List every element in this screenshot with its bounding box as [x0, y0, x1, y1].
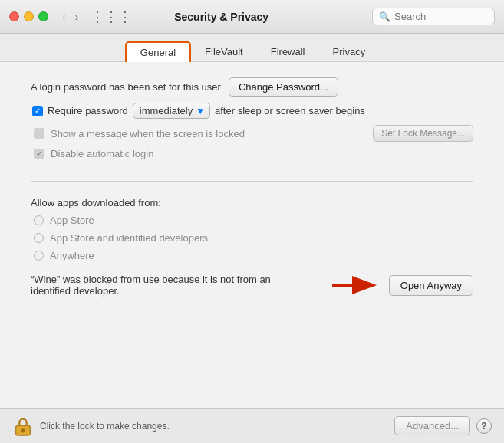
blocked-text: “Wine” was blocked from use because it i… — [31, 274, 292, 297]
title-bar: ‹ › ⋮⋮⋮ Security & Privacy 🔍 — [0, 0, 504, 34]
app-store-identified-radio[interactable] — [34, 233, 44, 243]
disable-autologin-label: Disable automatic login — [51, 148, 153, 159]
show-message-checkbox[interactable] — [34, 128, 44, 139]
lock-area: Click the lock to make changes. — [12, 415, 387, 437]
lock-text: Click the lock to make changes. — [40, 421, 170, 432]
require-password-checkbox[interactable]: ✓ — [32, 106, 43, 116]
tab-firewall[interactable]: Firewall — [257, 42, 319, 61]
close-button[interactable] — [9, 11, 19, 21]
blocked-right-area: Open Anyway — [329, 274, 473, 296]
anywhere-option: Anywhere — [34, 250, 473, 261]
app-store-radio[interactable] — [34, 215, 44, 225]
dim-checkmark-icon: ✓ — [36, 149, 42, 158]
checkmark-icon: ✓ — [35, 107, 41, 115]
search-icon: 🔍 — [379, 11, 390, 22]
arrow-right-icon — [329, 274, 383, 296]
app-store-identified-option: App Store and identified developers — [34, 232, 473, 244]
bottom-bar: Click the lock to make changes. Advanced… — [0, 408, 504, 443]
lock-icon[interactable] — [12, 415, 34, 437]
login-password-section: A login password has been set for this u… — [31, 77, 473, 175]
traffic-lights — [9, 11, 48, 21]
bottom-right-area: Advanced... ? — [394, 416, 492, 435]
anywhere-label: Anywhere — [50, 250, 94, 261]
show-message-row: Show a message when the screen is locked… — [34, 125, 473, 142]
tab-filevault[interactable]: FileVault — [191, 42, 257, 61]
app-store-label: App Store — [50, 215, 94, 226]
require-password-dropdown[interactable]: immediately ▼ — [133, 103, 210, 119]
dropdown-arrow-icon: ▼ — [196, 106, 205, 116]
allow-apps-label: Allow apps downloaded from: — [31, 197, 473, 208]
tab-privacy[interactable]: Privacy — [319, 42, 380, 61]
disable-autologin-row: ✓ Disable automatic login — [34, 148, 473, 159]
blocked-message-row: “Wine” was blocked from use because it i… — [31, 274, 473, 297]
search-bar[interactable]: 🔍 — [372, 8, 495, 25]
main-content: A login password has been set for this u… — [0, 62, 504, 408]
back-button[interactable]: ‹ — [59, 9, 69, 25]
help-button[interactable]: ? — [476, 418, 492, 434]
app-store-identified-label: App Store and identified developers — [50, 232, 208, 244]
set-lock-message-button[interactable]: Set Lock Message... — [373, 125, 473, 142]
login-password-row: A login password has been set for this u… — [31, 77, 473, 97]
require-password-row: ✓ Require password immediately ▼ after s… — [32, 103, 473, 119]
open-anyway-button[interactable]: Open Anyway — [389, 275, 473, 296]
advanced-button[interactable]: Advanced... — [394, 416, 470, 435]
after-sleep-text: after sleep or screen saver begins — [215, 105, 365, 116]
app-store-option: App Store — [34, 215, 473, 226]
login-password-text: A login password has been set for this u… — [31, 81, 221, 93]
dropdown-value: immediately — [140, 105, 193, 116]
svg-rect-5 — [22, 430, 24, 432]
minimize-button[interactable] — [24, 11, 34, 21]
allow-apps-section: Allow apps downloaded from: App Store Ap… — [31, 188, 473, 297]
disable-autologin-checkbox[interactable]: ✓ — [34, 149, 44, 159]
search-input[interactable] — [394, 11, 488, 22]
section-divider — [31, 181, 473, 182]
window-title: Security & Privacy — [77, 11, 366, 23]
anywhere-radio[interactable] — [34, 251, 44, 261]
tab-general[interactable]: General — [125, 41, 191, 62]
change-password-button[interactable]: Change Password... — [229, 77, 338, 97]
show-message-label: Show a message when the screen is locked — [51, 128, 245, 139]
tabs-bar: General FileVault Firewall Privacy — [0, 34, 504, 62]
require-password-label: Require password — [48, 105, 128, 116]
maximize-button[interactable] — [38, 11, 48, 21]
